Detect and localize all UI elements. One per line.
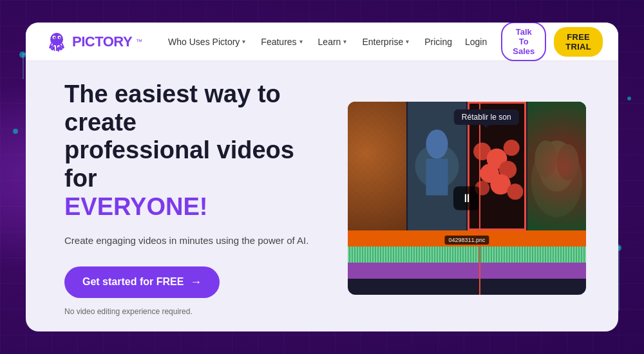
video-preview[interactable]: Rétablir le son xyxy=(348,102,586,295)
svg-rect-5 xyxy=(348,102,406,230)
play-pause-overlay[interactable]: ⏸ xyxy=(453,186,480,210)
nav-pricing[interactable]: Pricing xyxy=(418,33,459,51)
svg-rect-23 xyxy=(527,102,586,230)
hero-note: No video editing experience required. xyxy=(64,307,322,316)
svg-rect-6 xyxy=(348,102,406,230)
svg-rect-13 xyxy=(426,159,448,196)
hero-text: The easiest way to create professional v… xyxy=(64,80,322,316)
chevron-down-icon: ▾ xyxy=(299,38,303,45)
video-thumb-4 xyxy=(527,102,586,230)
nav-items: Who Uses Pictory ▾ Features ▾ Learn ▾ En… xyxy=(162,33,459,51)
svg-point-27 xyxy=(557,144,579,181)
nav-actions: Login Talk To Sales FREE TRIAL xyxy=(459,23,603,61)
login-link[interactable]: Login xyxy=(459,33,493,51)
nav-who-uses[interactable]: Who Uses Pictory ▾ xyxy=(162,33,252,51)
hero-title: The easiest way to create professional v… xyxy=(64,80,322,221)
svg-point-24 xyxy=(531,144,583,218)
svg-point-22 xyxy=(507,183,523,200)
waveform-track xyxy=(348,247,586,263)
logo[interactable]: PICTORY™ xyxy=(45,30,142,53)
get-started-button[interactable]: Get started for FREE → xyxy=(64,266,220,298)
svg-point-25 xyxy=(538,140,575,192)
pause-icon: ⏸ xyxy=(461,191,473,205)
circuit-dot xyxy=(627,97,631,100)
chevron-down-icon: ▾ xyxy=(406,38,409,45)
navbar: PICTORY™ Who Uses Pictory ▾ Features ▾ L… xyxy=(26,23,618,61)
thumb-visual xyxy=(348,102,406,230)
svg-point-26 xyxy=(535,140,556,177)
chevron-down-icon: ▾ xyxy=(343,38,346,45)
svg-point-12 xyxy=(426,129,448,159)
logo-icon xyxy=(45,30,68,53)
circuit-line xyxy=(23,53,24,79)
chevron-down-icon: ▾ xyxy=(242,38,245,45)
logo-text: PICTORY xyxy=(72,33,132,50)
hero-subtitle: Create engaging videos in minutes using … xyxy=(64,234,322,248)
svg-point-17 xyxy=(504,140,520,156)
cursor-line xyxy=(479,102,480,295)
svg-point-0 xyxy=(50,33,63,46)
arrow-icon: → xyxy=(190,275,202,289)
thumb-visual xyxy=(527,102,586,230)
hero-section: The easiest way to create professional v… xyxy=(26,61,618,331)
hero-title-highlight: EVERYONE! xyxy=(64,193,207,220)
circuit-dot xyxy=(13,129,18,134)
video-tooltip: Rétablir le son xyxy=(454,109,519,125)
nav-features[interactable]: Features ▾ xyxy=(254,33,308,51)
free-trial-button[interactable]: FREE TRIAL xyxy=(554,27,603,57)
nav-learn[interactable]: Learn ▾ xyxy=(312,33,354,51)
main-card: PICTORY™ Who Uses Pictory ▾ Features ▾ L… xyxy=(26,23,618,331)
talk-to-sales-button[interactable]: Talk To Sales xyxy=(501,23,546,61)
circuit-line xyxy=(618,247,620,311)
file-label: 04298311.pnc xyxy=(444,236,489,245)
svg-point-3 xyxy=(53,37,55,38)
video-thumb-1 xyxy=(348,102,406,230)
timeline-track-purple xyxy=(348,263,586,279)
nav-enterprise[interactable]: Enterprise ▾ xyxy=(355,33,415,51)
svg-point-4 xyxy=(59,37,60,38)
logo-tm: ™ xyxy=(136,38,142,45)
